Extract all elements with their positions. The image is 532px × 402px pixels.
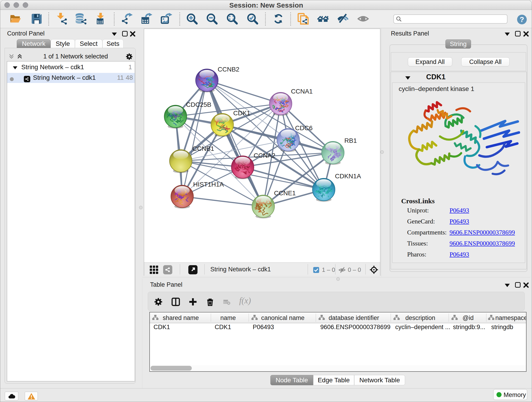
svg-text:CDK1: CDK1 [233, 109, 250, 117]
svg-text:CCNB1: CCNB1 [192, 145, 214, 152]
svg-text:CCNB2: CCNB2 [218, 66, 239, 73]
svg-text:RB1: RB1 [344, 137, 357, 144]
svg-text:CDC6: CDC6 [295, 124, 312, 132]
svg-text:CCNA2: CCNA2 [254, 152, 275, 159]
svg-text:HIST1H1A: HIST1H1A [193, 181, 224, 188]
svg-text:CCNA1: CCNA1 [291, 88, 313, 95]
svg-text:CDC25B: CDC25B [186, 101, 211, 108]
svg-text:?: ? [520, 15, 524, 24]
svg-text:CCNE1: CCNE1 [274, 190, 296, 197]
svg-text:CDKN1A: CDKN1A [335, 172, 361, 180]
